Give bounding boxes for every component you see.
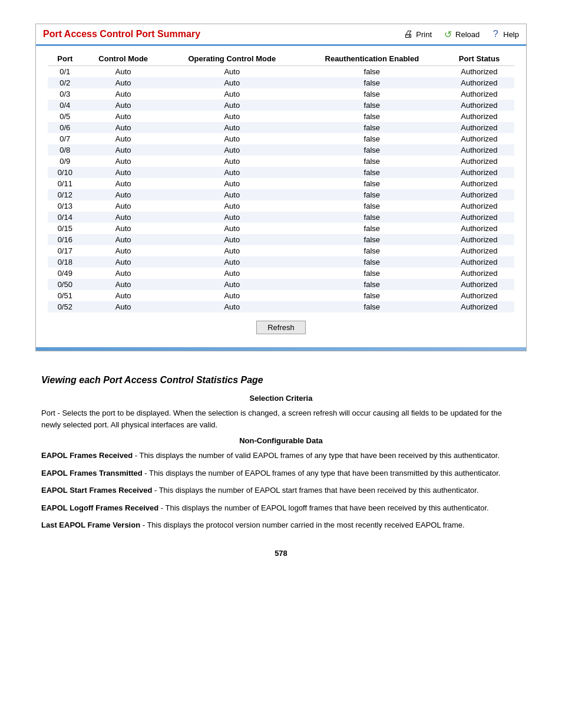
cell-reauth_enabled: false bbox=[300, 212, 444, 223]
cell-operating_control_mode: Auto bbox=[164, 268, 300, 279]
cell-port: 0/9 bbox=[48, 156, 82, 167]
cell-operating_control_mode: Auto bbox=[164, 167, 300, 178]
cell-control_mode: Auto bbox=[82, 133, 164, 144]
cell-operating_control_mode: Auto bbox=[164, 88, 300, 100]
cell-control_mode: Auto bbox=[82, 268, 164, 279]
cell-operating_control_mode: Auto bbox=[164, 66, 300, 78]
refresh-button[interactable]: Refresh bbox=[256, 321, 306, 334]
non-configurable-heading: Non-Configurable Data bbox=[41, 436, 521, 445]
cell-operating_control_mode: Auto bbox=[164, 301, 300, 312]
table-row: 0/51AutoAutofalseAuthorized bbox=[48, 290, 514, 301]
table-row: 0/9AutoAutofalseAuthorized bbox=[48, 156, 514, 167]
refresh-row: Refresh bbox=[48, 312, 514, 338]
cell-operating_control_mode: Auto bbox=[164, 256, 300, 268]
cell-reauth_enabled: false bbox=[300, 77, 444, 88]
reload-label: Reload bbox=[455, 30, 480, 39]
cell-reauth_enabled: false bbox=[300, 223, 444, 234]
table-row: 0/5AutoAutofalseAuthorized bbox=[48, 111, 514, 122]
cell-control_mode: Auto bbox=[82, 223, 164, 234]
cell-operating_control_mode: Auto bbox=[164, 200, 300, 212]
cell-port: 0/7 bbox=[48, 133, 82, 144]
col-port-status: Port Status bbox=[444, 52, 514, 66]
cell-port_status: Authorized bbox=[444, 290, 514, 301]
table-row: 0/8AutoAutofalseAuthorized bbox=[48, 144, 514, 156]
cell-reauth_enabled: false bbox=[300, 178, 444, 189]
cell-operating_control_mode: Auto bbox=[164, 212, 300, 223]
cell-port: 0/10 bbox=[48, 167, 82, 178]
cell-port_status: Authorized bbox=[444, 88, 514, 100]
cell-control_mode: Auto bbox=[82, 245, 164, 256]
port-access-control-panel: Port Access Control Port Summary 🖨 Print… bbox=[35, 24, 527, 351]
help-button[interactable]: ? Help bbox=[490, 29, 519, 39]
table-row: 0/49AutoAutofalseAuthorized bbox=[48, 268, 514, 279]
cell-port: 0/16 bbox=[48, 234, 82, 245]
panel-actions: 🖨 Print ↺ Reload ? Help bbox=[403, 29, 519, 39]
help-icon: ? bbox=[490, 29, 501, 39]
cell-operating_control_mode: Auto bbox=[164, 122, 300, 133]
cell-reauth_enabled: false bbox=[300, 167, 444, 178]
cell-control_mode: Auto bbox=[82, 212, 164, 223]
cell-port_status: Authorized bbox=[444, 301, 514, 312]
table-row: 0/50AutoAutofalseAuthorized bbox=[48, 279, 514, 290]
table-row: 0/17AutoAutofalseAuthorized bbox=[48, 245, 514, 256]
cell-operating_control_mode: Auto bbox=[164, 279, 300, 290]
help-label: Help bbox=[503, 30, 519, 39]
cell-reauth_enabled: false bbox=[300, 279, 444, 290]
cell-control_mode: Auto bbox=[82, 178, 164, 189]
cell-control_mode: Auto bbox=[82, 88, 164, 100]
cell-port: 0/17 bbox=[48, 245, 82, 256]
cell-port_status: Authorized bbox=[444, 66, 514, 78]
cell-reauth_enabled: false bbox=[300, 100, 444, 111]
print-icon: 🖨 bbox=[403, 29, 414, 39]
cell-operating_control_mode: Auto bbox=[164, 77, 300, 88]
table-row: 0/7AutoAutofalseAuthorized bbox=[48, 133, 514, 144]
cell-control_mode: Auto bbox=[82, 290, 164, 301]
cell-port: 0/1 bbox=[48, 66, 82, 78]
cell-control_mode: Auto bbox=[82, 279, 164, 290]
doc-item: EAPOL Logoff Frames Received - This disp… bbox=[41, 502, 521, 514]
cell-port: 0/51 bbox=[48, 290, 82, 301]
doc-item: EAPOL Frames Received - This displays th… bbox=[41, 450, 521, 462]
cell-port_status: Authorized bbox=[444, 167, 514, 178]
cell-port: 0/6 bbox=[48, 122, 82, 133]
cell-operating_control_mode: Auto bbox=[164, 156, 300, 167]
table-row: 0/6AutoAutofalseAuthorized bbox=[48, 122, 514, 133]
cell-control_mode: Auto bbox=[82, 66, 164, 78]
cell-reauth_enabled: false bbox=[300, 133, 444, 144]
doc-items: EAPOL Frames Received - This displays th… bbox=[41, 450, 521, 531]
cell-control_mode: Auto bbox=[82, 301, 164, 312]
cell-reauth_enabled: false bbox=[300, 290, 444, 301]
cell-reauth_enabled: false bbox=[300, 156, 444, 167]
table-row: 0/11AutoAutofalseAuthorized bbox=[48, 178, 514, 189]
table-row: 0/1AutoAutofalseAuthorized bbox=[48, 66, 514, 78]
cell-port_status: Authorized bbox=[444, 189, 514, 200]
cell-reauth_enabled: false bbox=[300, 88, 444, 100]
cell-reauth_enabled: false bbox=[300, 268, 444, 279]
cell-control_mode: Auto bbox=[82, 77, 164, 88]
cell-port: 0/15 bbox=[48, 223, 82, 234]
table-row: 0/4AutoAutofalseAuthorized bbox=[48, 100, 514, 111]
col-reauth-enabled: Reauthentication Enabled bbox=[300, 52, 444, 66]
cell-operating_control_mode: Auto bbox=[164, 100, 300, 111]
doc-heading: Viewing each Port Access Control Statist… bbox=[41, 375, 521, 386]
cell-port_status: Authorized bbox=[444, 279, 514, 290]
table-row: 0/15AutoAutofalseAuthorized bbox=[48, 223, 514, 234]
cell-port: 0/14 bbox=[48, 212, 82, 223]
port-table: Port Control Mode Operating Control Mode… bbox=[48, 52, 514, 312]
cell-operating_control_mode: Auto bbox=[164, 189, 300, 200]
cell-control_mode: Auto bbox=[82, 234, 164, 245]
cell-control_mode: Auto bbox=[82, 256, 164, 268]
panel-header: Port Access Control Port Summary 🖨 Print… bbox=[36, 24, 526, 46]
cell-operating_control_mode: Auto bbox=[164, 111, 300, 122]
cell-port_status: Authorized bbox=[444, 200, 514, 212]
cell-control_mode: Auto bbox=[82, 144, 164, 156]
cell-operating_control_mode: Auto bbox=[164, 178, 300, 189]
selection-criteria-heading: Selection Criteria bbox=[41, 394, 521, 403]
doc-section: Viewing each Port Access Control Statist… bbox=[35, 375, 527, 531]
cell-port_status: Authorized bbox=[444, 268, 514, 279]
cell-reauth_enabled: false bbox=[300, 200, 444, 212]
print-button[interactable]: 🖨 Print bbox=[403, 29, 432, 39]
cell-control_mode: Auto bbox=[82, 111, 164, 122]
cell-control_mode: Auto bbox=[82, 100, 164, 111]
reload-button[interactable]: ↺ Reload bbox=[442, 29, 480, 39]
